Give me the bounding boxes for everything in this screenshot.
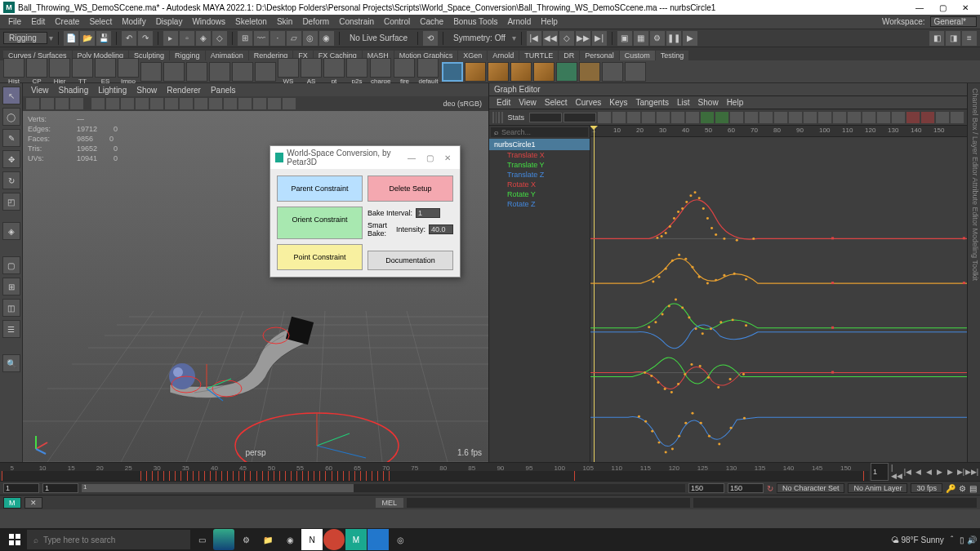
ge-plateau-tangent-icon[interactable]	[671, 112, 684, 123]
mel-label[interactable]: MEL	[376, 498, 404, 508]
ge-search-input[interactable]	[501, 128, 593, 136]
taskbar-obs-icon[interactable]: ◎	[390, 529, 411, 550]
ge-menu-show[interactable]: Show	[694, 98, 723, 107]
shelf-tab-arnold[interactable]: Arnold	[488, 51, 519, 60]
scale-tool-icon[interactable]: ◰	[2, 193, 20, 211]
cmd-tab-maya[interactable]: M	[3, 497, 21, 509]
ge-swap-buffer-icon[interactable]	[715, 112, 728, 123]
step-fwd-key-button[interactable]: ▶|	[956, 466, 965, 478]
snap-point-icon[interactable]: ·	[270, 31, 285, 46]
range-handle[interactable]	[82, 484, 354, 492]
right-dock-tabs[interactable]: Channel Box / Layer Editor Attribute Edi…	[967, 83, 980, 462]
ge-autofit-icon[interactable]	[892, 112, 905, 123]
ge-menu-keys[interactable]: Keys	[605, 98, 631, 107]
select-mask-icon[interactable]: ◇	[212, 31, 227, 46]
ge-frame-all-icon[interactable]	[848, 112, 861, 123]
vp-bookmark-icon[interactable]	[41, 98, 54, 109]
menu-select[interactable]: Select	[84, 17, 117, 26]
snap-curve-icon[interactable]: 〰	[254, 31, 269, 46]
ge-channel-rz[interactable]: Rotate Z	[489, 199, 590, 209]
redo-icon[interactable]: ↷	[138, 31, 153, 46]
documentation-button[interactable]: Documentation	[368, 251, 453, 270]
menu-cache[interactable]: Cache	[415, 17, 448, 26]
window-minimize-button[interactable]: —	[908, 0, 931, 15]
ge-flat-tangent-icon[interactable]	[642, 112, 655, 123]
prev-key-icon[interactable]: ◀◀	[543, 31, 558, 46]
render-settings-icon[interactable]: ⚙	[650, 31, 665, 46]
mode-selector-dropdown[interactable]: Rigging	[3, 32, 47, 44]
ge-center-icon[interactable]	[877, 112, 890, 123]
render-icon[interactable]: ▣	[617, 31, 632, 46]
vp-shadow-icon[interactable]	[194, 98, 207, 109]
menu-deform[interactable]: Deform	[297, 17, 334, 26]
ge-free-weight-icon[interactable]	[760, 112, 773, 123]
shelf-charge-icon[interactable]	[370, 58, 391, 78]
menu-help[interactable]: Help	[536, 17, 563, 26]
shelf-script5-icon[interactable]	[232, 62, 253, 82]
taskbar-explorer-icon[interactable]: 📁	[257, 529, 278, 550]
menu-file[interactable]: File	[3, 17, 26, 26]
ge-menu-curves[interactable]: Curves	[572, 98, 606, 107]
vp-camera-icon[interactable]	[26, 98, 39, 109]
time-slider-keys[interactable]	[2, 471, 869, 481]
show-ui-icon[interactable]: ≡	[962, 31, 977, 46]
menu-bonustools[interactable]: Bonus Tools	[448, 17, 502, 26]
layout-persp-icon[interactable]: ◫	[2, 299, 20, 317]
shelf-tab-personal[interactable]: Personal	[580, 51, 619, 60]
menu-constrain[interactable]: Constrain	[334, 17, 379, 26]
menu-control[interactable]: Control	[379, 17, 415, 26]
layout-single-icon[interactable]: ▢	[2, 256, 20, 274]
taskbar-maya-icon[interactable]: M	[345, 529, 367, 550]
colorspace-label[interactable]: deo (sRGB)	[443, 100, 485, 108]
vp-image-plane-icon[interactable]	[56, 98, 69, 109]
taskbar-app3-icon[interactable]	[368, 529, 389, 550]
cached-play-icon[interactable]: ▶|	[592, 31, 607, 46]
ge-channel-tz[interactable]: Translate Z	[489, 170, 590, 180]
ipr-icon[interactable]: ▦	[634, 31, 648, 46]
ge-isolate-curve-icon[interactable]	[833, 112, 846, 123]
parent-constraint-button[interactable]: Parent Constraint	[277, 176, 363, 202]
shelf-ws-icon[interactable]	[278, 58, 299, 78]
ge-frame-playback-icon[interactable]	[862, 112, 875, 123]
menu-create[interactable]: Create	[50, 17, 84, 26]
vp-menu-panels[interactable]: Panels	[206, 86, 241, 95]
shelf-tab-animation[interactable]: Animation	[206, 51, 248, 60]
new-scene-icon[interactable]: 📄	[64, 31, 78, 46]
vp-shade-icon[interactable]	[136, 98, 149, 109]
graph-editor-graph[interactable]: 1 10 20 30 40 50 60 70 80 90 100 110 120…	[590, 126, 967, 462]
ge-unify-tangent-icon[interactable]	[745, 112, 758, 123]
go-to-end-button[interactable]: ▶▶|	[967, 466, 977, 478]
vp-xray-icon[interactable]	[253, 98, 266, 109]
ge-unmute-icon[interactable]	[921, 112, 934, 123]
vp-resolution-icon[interactable]	[121, 98, 134, 109]
paint-select-icon[interactable]: ✎	[2, 129, 20, 147]
construction-history-icon[interactable]: ⟲	[423, 31, 438, 46]
shelf-tab-testing[interactable]: Testing	[656, 51, 689, 60]
menu-modify[interactable]: Modify	[117, 17, 150, 26]
taskbar-search[interactable]: ⌕ Type here to search	[27, 530, 190, 549]
range-end-inner-input[interactable]	[688, 483, 724, 493]
vp-aa-icon[interactable]	[224, 98, 237, 109]
anim-layer-dropdown[interactable]: No Anim Layer	[848, 483, 907, 493]
ge-time-ruler[interactable]: 1 10 20 30 40 50 60 70 80 90 100 110 120…	[590, 126, 967, 137]
cmd-tab-close[interactable]: ✕	[24, 497, 42, 509]
modeling-toolkit-icon[interactable]: ◧	[929, 31, 944, 46]
shelf-impo-icon[interactable]	[118, 58, 139, 78]
vp-grid-icon[interactable]	[91, 98, 105, 109]
dialog-titlebar[interactable]: World-Space Conversion, by Petar3D — ▢ ✕	[270, 146, 460, 169]
range-start-inner-input[interactable]	[42, 483, 78, 493]
step-back-key-button[interactable]: |◀	[903, 466, 912, 478]
ge-menu-list[interactable]: List	[673, 98, 694, 107]
ge-spline-tangent-icon[interactable]	[598, 112, 611, 123]
shelf-hier-icon[interactable]	[49, 58, 70, 78]
shelf-tab-custom[interactable]: Custom	[620, 51, 655, 60]
ge-node-nurbscircle[interactable]: nurbsCircle1	[489, 139, 590, 150]
shelf-active-box-icon[interactable]	[442, 62, 463, 82]
vp-texture-icon[interactable]	[165, 98, 178, 109]
ge-channel-ty[interactable]: Translate Y	[489, 160, 590, 170]
vp-ao-icon[interactable]	[209, 98, 222, 109]
play-forward-button[interactable]: ▶	[935, 466, 944, 478]
ge-step-tangent-icon[interactable]	[657, 112, 670, 123]
menu-display[interactable]: Display	[151, 17, 188, 26]
ge-linear-tangent-icon[interactable]	[612, 112, 626, 123]
